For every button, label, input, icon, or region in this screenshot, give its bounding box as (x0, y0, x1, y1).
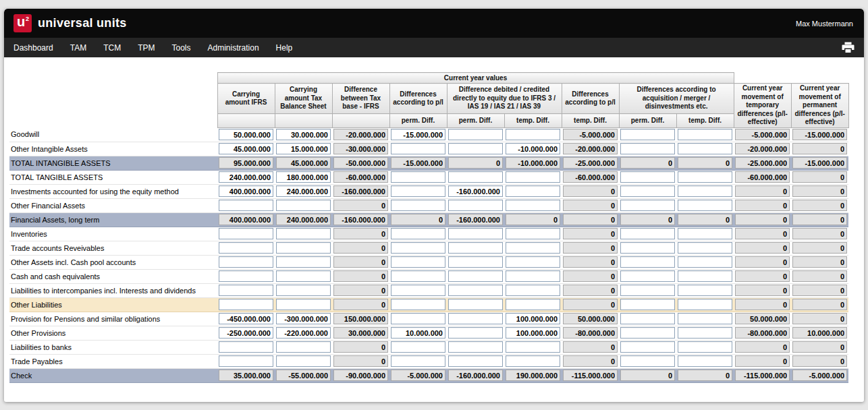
value-input[interactable] (678, 256, 732, 268)
value-input[interactable] (219, 143, 273, 154)
value-input[interactable] (391, 129, 445, 140)
value-input[interactable] (506, 185, 560, 197)
value-input[interactable] (620, 313, 675, 324)
value-input[interactable] (678, 327, 732, 339)
nav-item-tools[interactable]: Tools (172, 43, 191, 53)
value-input[interactable] (276, 242, 331, 254)
value-input[interactable] (448, 341, 503, 353)
value-input[interactable] (448, 256, 503, 268)
value-input[interactable] (448, 129, 503, 140)
value-input[interactable] (678, 299, 732, 310)
value-input[interactable] (219, 129, 273, 140)
value-input[interactable] (448, 242, 503, 254)
value-input[interactable] (276, 285, 331, 296)
nav-item-tpm[interactable]: TPM (138, 43, 155, 53)
value-input[interactable] (678, 270, 732, 282)
value-input[interactable] (448, 171, 503, 183)
value-input[interactable] (506, 256, 560, 268)
value-input[interactable] (678, 228, 732, 239)
value-input[interactable] (391, 200, 445, 211)
value-input[interactable] (391, 341, 445, 353)
value-input[interactable] (391, 171, 445, 183)
value-input[interactable] (219, 228, 273, 239)
value-input[interactable] (506, 270, 560, 282)
value-input[interactable] (506, 228, 560, 239)
value-input[interactable] (620, 270, 675, 282)
value-input[interactable] (276, 270, 331, 282)
value-input[interactable] (276, 327, 331, 339)
value-input[interactable] (219, 327, 273, 339)
value-input[interactable] (448, 228, 503, 239)
value-input[interactable] (391, 270, 445, 282)
value-input[interactable] (219, 341, 273, 353)
value-input[interactable] (391, 242, 445, 254)
value-input[interactable] (391, 327, 445, 339)
value-input[interactable] (506, 242, 560, 254)
value-input[interactable] (391, 228, 445, 239)
value-input[interactable] (448, 270, 503, 282)
value-input[interactable] (391, 185, 445, 197)
value-input[interactable] (506, 341, 560, 353)
value-input[interactable] (391, 143, 445, 154)
value-input[interactable] (678, 285, 732, 296)
value-input[interactable] (506, 200, 560, 211)
value-input[interactable] (620, 285, 675, 296)
value-input[interactable] (219, 355, 273, 367)
value-input[interactable] (506, 327, 560, 339)
value-input[interactable] (448, 285, 503, 296)
value-input[interactable] (219, 313, 273, 324)
value-input[interactable] (448, 313, 503, 324)
value-input[interactable] (620, 299, 675, 310)
value-input[interactable] (506, 143, 560, 154)
value-input[interactable] (506, 313, 560, 324)
value-input[interactable] (391, 313, 445, 324)
value-input[interactable] (391, 299, 445, 310)
value-input[interactable] (678, 129, 732, 140)
value-input[interactable] (219, 185, 273, 197)
value-input[interactable] (276, 313, 331, 324)
value-input[interactable] (620, 242, 675, 254)
value-input[interactable] (620, 185, 675, 197)
value-input[interactable] (620, 171, 675, 183)
value-input[interactable] (448, 327, 503, 339)
value-input[interactable] (219, 285, 273, 296)
value-input[interactable] (276, 171, 331, 183)
nav-item-tam[interactable]: TAM (70, 43, 86, 53)
value-input[interactable] (620, 256, 675, 268)
value-input[interactable] (678, 341, 732, 353)
value-input[interactable] (506, 299, 560, 310)
value-input[interactable] (448, 299, 503, 310)
value-input[interactable] (276, 129, 331, 140)
value-input[interactable] (391, 355, 445, 367)
value-input[interactable] (448, 143, 503, 154)
value-input[interactable] (678, 355, 732, 367)
value-input[interactable] (276, 355, 331, 367)
value-input[interactable] (506, 171, 560, 183)
value-input[interactable] (678, 185, 732, 197)
value-input[interactable] (219, 270, 273, 282)
print-button[interactable] (842, 42, 855, 53)
value-input[interactable] (391, 285, 445, 296)
value-input[interactable] (620, 327, 675, 339)
value-input[interactable] (219, 200, 273, 211)
value-input[interactable] (620, 228, 675, 239)
value-input[interactable] (276, 256, 331, 268)
nav-item-tcm[interactable]: TCM (103, 43, 121, 53)
value-input[interactable] (506, 355, 560, 367)
value-input[interactable] (219, 171, 273, 183)
value-input[interactable] (678, 242, 732, 254)
value-input[interactable] (276, 200, 331, 211)
value-input[interactable] (219, 256, 273, 268)
value-input[interactable] (276, 341, 331, 353)
value-input[interactable] (276, 299, 331, 310)
nav-item-administration[interactable]: Administration (208, 43, 259, 53)
value-input[interactable] (276, 143, 331, 154)
value-input[interactable] (620, 341, 675, 353)
value-input[interactable] (506, 129, 560, 140)
value-input[interactable] (448, 200, 503, 211)
value-input[interactable] (678, 313, 732, 324)
value-input[interactable] (678, 171, 732, 183)
nav-item-help[interactable]: Help (276, 43, 293, 53)
value-input[interactable] (448, 185, 503, 197)
nav-item-dashboard[interactable]: Dashboard (13, 43, 53, 53)
